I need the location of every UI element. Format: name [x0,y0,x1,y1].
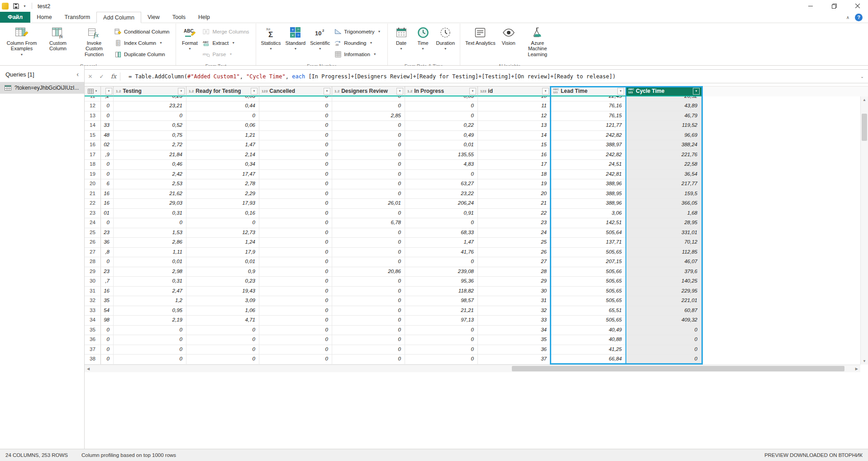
cell[interactable]: 0,23 [186,277,259,287]
vertical-scroll-thumb[interactable] [862,114,867,141]
duration-button[interactable]: Duration▼ [434,25,458,63]
cell[interactable]: 2,78 [186,179,259,189]
cell[interactable]: 0 [186,218,259,228]
cell[interactable]: 21 [478,199,551,209]
scroll-up-icon[interactable]: ▲ [863,98,866,102]
cell[interactable]: 0 [332,121,405,131]
cell-clipped[interactable]: 36 [101,238,114,248]
cell[interactable]: 221,76 [626,150,701,160]
cell[interactable]: 36 [478,345,551,355]
cell[interactable]: 112,85 [626,248,701,258]
cell[interactable]: 366,05 [626,199,701,209]
cell[interactable]: 41,25 [551,345,626,355]
cell[interactable]: 0 [259,160,332,170]
scroll-down-icon[interactable]: ▼ [863,359,866,363]
cell[interactable]: 0,22 [405,121,478,131]
cell[interactable]: 0 [332,150,405,160]
cell[interactable]: 0 [114,355,186,365]
cell[interactable]: 76,15 [551,111,626,121]
cell[interactable]: 19,43 [186,287,259,297]
cell[interactable]: 10 [478,96,551,101]
statistics-button[interactable]: ΧσΣStatistics▼ [259,25,283,63]
cell[interactable]: 0 [332,189,405,199]
cell[interactable]: 159,5 [626,189,701,199]
scientific-button[interactable]: 102Scientific▼ [308,25,332,63]
duplicate-column-button[interactable]: Duplicate Column [112,49,173,59]
cell-clipped[interactable]: 48 [101,131,114,141]
cell[interactable]: 0 [626,355,701,365]
column-header-lead-time[interactable]: ABC123Lead Time▼ [551,86,626,96]
cell[interactable]: 0 [332,355,405,365]
cell[interactable]: 12,73 [186,228,259,238]
cell[interactable]: 0 [114,345,186,355]
cell[interactable]: 76,16 [551,101,626,111]
cell[interactable]: 97,13 [405,316,478,326]
cell[interactable]: 0 [186,335,259,345]
cell[interactable]: 0 [332,257,405,267]
cell-clipped[interactable]: 6 [101,179,114,189]
cell[interactable]: 0 [259,101,332,111]
cell[interactable]: 36,54 [626,170,701,180]
cell[interactable]: 20 [478,189,551,199]
cell[interactable]: 33 [478,316,551,326]
cell[interactable]: 505,64 [551,228,626,238]
cell[interactable]: 0 [332,277,405,287]
filter-button[interactable]: ▼ [105,88,112,95]
cell[interactable]: 0 [332,287,405,297]
cell[interactable]: 0 [114,326,186,336]
merge-columns-button[interactable]: Merge Columns [200,26,253,37]
cell-clipped[interactable]: 0 [101,101,114,111]
cell[interactable]: 0,31 [114,209,186,219]
cell[interactable]: 0 [332,326,405,336]
column-header-designers-review[interactable]: 1.2Designers Review▼ [332,86,405,96]
standard-button[interactable]: +−×÷Standard▼ [283,25,308,63]
cell[interactable]: 18 [478,170,551,180]
cell[interactable]: 26 [478,248,551,258]
cell-clipped[interactable]: 16 [101,189,114,199]
row-number[interactable]: 16 [85,140,101,150]
tab-view[interactable]: View [141,12,166,23]
cell[interactable]: 24,51 [551,160,626,170]
cell[interactable]: 0 [332,306,405,316]
row-number[interactable]: 21 [85,189,101,199]
cell[interactable]: 4,83 [405,160,478,170]
horizontal-scroll-thumb[interactable] [512,366,844,371]
date-button[interactable]: Date▼ [391,25,412,63]
cell[interactable]: 1,53 [114,228,186,238]
cell[interactable]: 0 [405,101,478,111]
help-button[interactable]: ? [855,14,863,21]
cell[interactable]: 16 [478,150,551,160]
cell[interactable]: 40,88 [551,335,626,345]
format-button[interactable]: ABCFormat▼ [179,25,200,63]
cell[interactable]: 17,47 [186,170,259,180]
cell[interactable]: 1,47 [186,140,259,150]
row-number[interactable]: 36 [85,335,101,345]
expand-formula-bar-icon[interactable]: ⌄ [856,74,868,79]
cell[interactable]: 1,2 [114,296,186,306]
filter-button[interactable]: ▼ [469,88,476,95]
minimize-button[interactable] [800,0,821,12]
row-number[interactable]: 23 [85,209,101,219]
cell[interactable]: 28,95 [626,218,701,228]
cell[interactable]: 0 [332,179,405,189]
cell[interactable]: 46,07 [626,257,701,267]
cell-clipped[interactable]: 0 [101,335,114,345]
row-number[interactable]: 19 [85,170,101,180]
cell[interactable]: 0,23 [114,96,186,101]
cell[interactable]: 0 [259,257,332,267]
cell-clipped[interactable]: ,8 [101,248,114,258]
cell[interactable]: 0,95 [114,306,186,316]
tab-transform[interactable]: Transform [58,12,97,23]
cell[interactable]: 0 [626,326,701,336]
cell-clipped[interactable]: ,2 [101,96,114,101]
cell[interactable]: 1,24 [186,238,259,248]
cell[interactable]: 20,86 [332,267,405,277]
cell[interactable]: 0 [332,101,405,111]
cell[interactable]: 46,79 [626,111,701,121]
cell[interactable]: 0 [405,335,478,345]
cell[interactable]: 0 [332,316,405,326]
cell[interactable]: 229,95 [626,287,701,297]
cell[interactable]: 0 [259,170,332,180]
information-button[interactable]: Information▼ [332,49,384,59]
cell[interactable]: 28 [478,267,551,277]
